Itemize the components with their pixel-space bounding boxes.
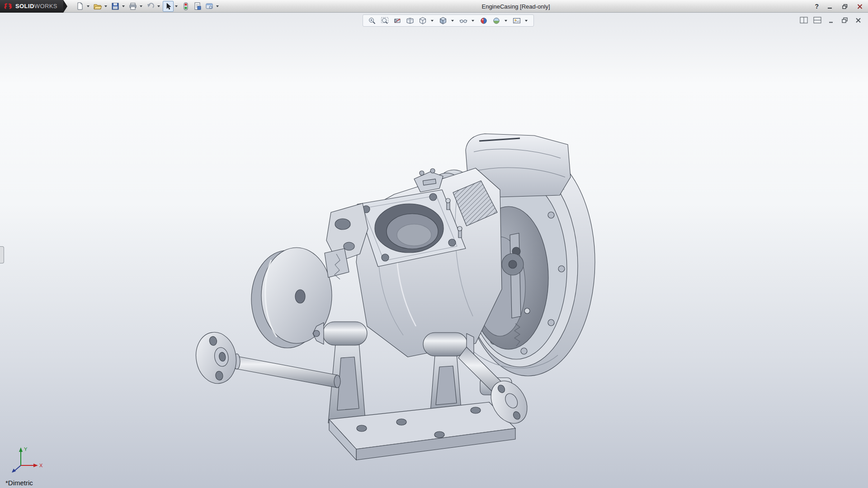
zoom-to-fit-button[interactable] bbox=[380, 16, 390, 26]
minimize-button[interactable] bbox=[826, 3, 834, 10]
view-settings-dropdown-icon[interactable] bbox=[525, 20, 528, 22]
file-properties-icon bbox=[193, 2, 202, 11]
minimize-document-icon bbox=[828, 17, 835, 23]
restore-document-button[interactable] bbox=[840, 16, 849, 24]
undo-icon bbox=[146, 2, 155, 11]
standard-toolbar bbox=[75, 1, 221, 12]
new-document-dropdown-icon[interactable] bbox=[87, 5, 90, 7]
solidworks-logo-icon bbox=[3, 2, 13, 10]
zoom-to-fit-icon bbox=[381, 17, 389, 25]
split-pane-vertical-button[interactable] bbox=[799, 16, 808, 24]
view-orientation-label: *Dimetric bbox=[5, 479, 33, 487]
apply-scene-dropdown-icon[interactable] bbox=[505, 20, 507, 22]
solidworks-window: SOLIDWORKS bbox=[0, 0, 868, 488]
window-controls: ? bbox=[815, 0, 863, 13]
print-icon bbox=[128, 2, 137, 11]
open-button[interactable] bbox=[92, 1, 103, 12]
view-settings-button[interactable] bbox=[512, 16, 522, 26]
save-button[interactable] bbox=[110, 1, 121, 12]
save-icon bbox=[111, 2, 120, 11]
new-document-icon bbox=[75, 2, 85, 11]
titlebar: SOLIDWORKS bbox=[0, 0, 868, 13]
undo-button[interactable] bbox=[145, 1, 156, 12]
y-axis-label: Y bbox=[24, 446, 28, 452]
options-dropdown-icon[interactable] bbox=[216, 5, 219, 7]
orientation-triad[interactable]: X Y bbox=[7, 446, 46, 474]
print-button[interactable] bbox=[127, 1, 138, 12]
view-cube-button[interactable] bbox=[418, 16, 428, 26]
select-button[interactable] bbox=[163, 1, 174, 12]
document-window-controls bbox=[799, 16, 863, 24]
display-style-dropdown-icon[interactable] bbox=[451, 20, 454, 22]
rebuild-icon bbox=[181, 2, 190, 11]
view-orientation-icon bbox=[406, 17, 414, 25]
engine-casing-3d-model[interactable] bbox=[0, 0, 868, 488]
apply-scene-button[interactable] bbox=[491, 16, 501, 26]
close-document-button[interactable] bbox=[854, 16, 863, 24]
logo-notch bbox=[63, 0, 67, 13]
document-title: EngineCasing [Read-only] bbox=[481, 3, 550, 10]
restore-button[interactable] bbox=[841, 3, 849, 10]
minimize-document-button[interactable] bbox=[826, 16, 835, 24]
undo-dropdown-icon[interactable] bbox=[157, 5, 160, 7]
print-dropdown-icon[interactable] bbox=[140, 5, 142, 7]
section-view-icon bbox=[393, 17, 401, 25]
view-settings-icon bbox=[513, 17, 521, 25]
brand-text: SOLIDWORKS bbox=[15, 3, 57, 9]
zoom-in-button[interactable] bbox=[367, 16, 377, 26]
close-button[interactable] bbox=[856, 3, 863, 10]
new-document-button[interactable] bbox=[75, 1, 85, 12]
edit-appearance-button[interactable] bbox=[479, 16, 489, 26]
split-pane-horizontal-icon bbox=[813, 17, 821, 23]
z-axis-icon bbox=[12, 469, 16, 473]
hide-show-items-icon bbox=[459, 17, 467, 25]
featuremanager-flyout-handle[interactable] bbox=[0, 246, 4, 263]
zoom-in-icon bbox=[368, 17, 376, 25]
open-folder-icon bbox=[93, 2, 102, 11]
close-document-icon bbox=[855, 17, 862, 23]
brand-bold: SOLID bbox=[15, 3, 34, 9]
solidworks-logo: SOLIDWORKS bbox=[0, 0, 63, 13]
x-axis-label: X bbox=[39, 463, 43, 468]
save-dropdown-icon[interactable] bbox=[122, 5, 125, 7]
open-dropdown-icon[interactable] bbox=[104, 5, 107, 7]
apply-scene-icon bbox=[492, 17, 500, 25]
heads-up-view-toolbar bbox=[363, 14, 534, 27]
display-style-icon bbox=[439, 17, 447, 25]
split-pane-horizontal-button[interactable] bbox=[813, 16, 822, 24]
view-cube-dropdown-icon[interactable] bbox=[431, 20, 434, 22]
hide-show-items-button[interactable] bbox=[458, 16, 468, 26]
view-cube-icon bbox=[419, 17, 427, 25]
edit-appearance-icon bbox=[480, 17, 488, 25]
help-button[interactable]: ? bbox=[815, 3, 819, 10]
split-pane-vertical-icon bbox=[800, 17, 808, 23]
options-button[interactable] bbox=[204, 1, 215, 12]
minimize-icon bbox=[827, 4, 833, 9]
file-properties-button[interactable] bbox=[192, 1, 203, 12]
select-arrow-icon bbox=[164, 2, 173, 11]
view-orientation-button[interactable] bbox=[405, 16, 415, 26]
brand-light: WORKS bbox=[34, 3, 57, 9]
close-icon bbox=[857, 4, 863, 9]
restore-icon bbox=[842, 4, 848, 9]
options-icon bbox=[205, 2, 214, 11]
section-view-button[interactable] bbox=[392, 16, 402, 26]
restore-document-icon bbox=[841, 17, 848, 23]
display-style-button[interactable] bbox=[438, 16, 448, 26]
select-dropdown-icon[interactable] bbox=[175, 5, 178, 7]
y-axis-icon bbox=[19, 447, 23, 452]
x-axis-icon bbox=[33, 464, 38, 467]
rebuild-button[interactable] bbox=[180, 1, 191, 12]
hide-show-items-dropdown-icon[interactable] bbox=[472, 20, 474, 22]
